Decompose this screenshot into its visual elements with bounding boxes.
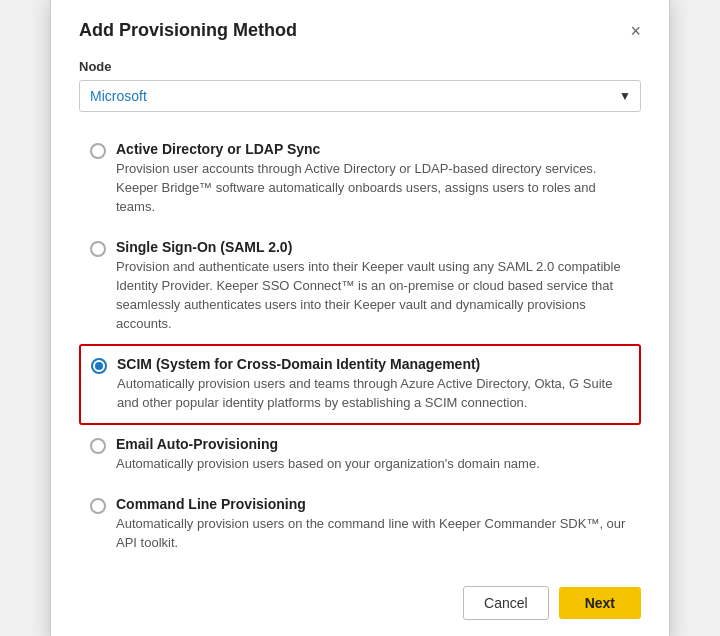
option-item-command_line[interactable]: Command Line ProvisioningAutomatically p…: [79, 485, 641, 564]
option-title-email_auto: Email Auto-Provisioning: [116, 436, 630, 452]
option-desc-scim: Automatically provision users and teams …: [117, 375, 629, 413]
option-item-scim[interactable]: SCIM (System for Cross-Domain Identity M…: [79, 344, 641, 425]
option-content-ad_ldap: Active Directory or LDAP SyncProvision u…: [116, 141, 630, 217]
option-desc-email_auto: Automatically provision users based on y…: [116, 455, 630, 474]
option-content-scim: SCIM (System for Cross-Domain Identity M…: [117, 356, 629, 413]
radio-email_auto[interactable]: [90, 438, 106, 454]
option-content-sso_saml: Single Sign-On (SAML 2.0)Provision and a…: [116, 239, 630, 333]
radio-command_line[interactable]: [90, 498, 106, 514]
option-item-sso_saml[interactable]: Single Sign-On (SAML 2.0)Provision and a…: [79, 228, 641, 344]
option-item-email_auto[interactable]: Email Auto-ProvisioningAutomatically pro…: [79, 425, 641, 485]
option-title-sso_saml: Single Sign-On (SAML 2.0): [116, 239, 630, 255]
radio-scim[interactable]: [91, 358, 107, 374]
next-button[interactable]: Next: [559, 587, 641, 619]
option-desc-command_line: Automatically provision users on the com…: [116, 515, 630, 553]
option-content-command_line: Command Line ProvisioningAutomatically p…: [116, 496, 630, 553]
provisioning-options-list: Active Directory or LDAP SyncProvision u…: [79, 130, 641, 563]
node-label: Node: [79, 59, 641, 74]
option-desc-sso_saml: Provision and authenticate users into th…: [116, 258, 630, 333]
option-title-scim: SCIM (System for Cross-Domain Identity M…: [117, 356, 629, 372]
dialog-footer: Cancel Next: [79, 586, 641, 620]
node-select-wrapper: Microsoft ▼: [79, 80, 641, 112]
option-title-ad_ldap: Active Directory or LDAP Sync: [116, 141, 630, 157]
option-item-ad_ldap[interactable]: Active Directory or LDAP SyncProvision u…: [79, 130, 641, 228]
option-desc-ad_ldap: Provision user accounts through Active D…: [116, 160, 630, 217]
cancel-button[interactable]: Cancel: [463, 586, 549, 620]
option-content-email_auto: Email Auto-ProvisioningAutomatically pro…: [116, 436, 630, 474]
node-select[interactable]: Microsoft: [79, 80, 641, 112]
dialog-title: Add Provisioning Method: [79, 20, 297, 41]
option-title-command_line: Command Line Provisioning: [116, 496, 630, 512]
add-provisioning-dialog: Add Provisioning Method × Node Microsoft…: [50, 0, 670, 636]
close-button[interactable]: ×: [630, 22, 641, 40]
radio-ad_ldap[interactable]: [90, 143, 106, 159]
dialog-header: Add Provisioning Method ×: [79, 20, 641, 41]
radio-sso_saml[interactable]: [90, 241, 106, 257]
